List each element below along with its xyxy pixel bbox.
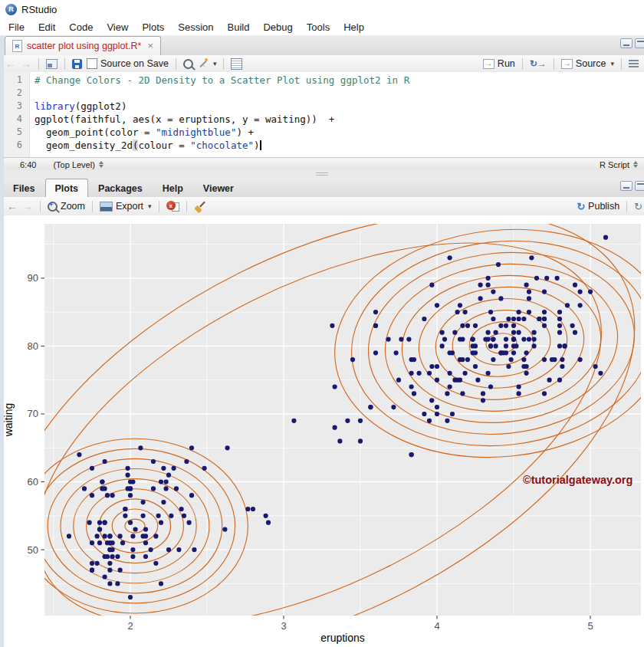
export-button[interactable]: Export▾ bbox=[97, 201, 154, 212]
code-tools-button[interactable]: ▾ bbox=[196, 58, 219, 69]
broom-icon bbox=[194, 201, 206, 212]
app-title: RStudio bbox=[21, 4, 57, 15]
code-token-plain: ggplot(faithful, aes(x = eruptions, y = … bbox=[34, 113, 334, 125]
menu-item-file[interactable]: File bbox=[2, 20, 31, 34]
panel-tab-plots[interactable]: Plots bbox=[45, 179, 89, 197]
forward-icon: → bbox=[21, 58, 31, 69]
code-token-plain: ) bbox=[254, 140, 260, 151]
save-button[interactable] bbox=[70, 59, 84, 69]
code-line-2[interactable] bbox=[34, 87, 644, 100]
compile-report-button[interactable] bbox=[228, 58, 245, 70]
maximize-pane-icon[interactable] bbox=[635, 181, 644, 191]
menu-item-session[interactable]: Session bbox=[171, 20, 220, 34]
zoom-button[interactable]: +Zoom bbox=[45, 201, 87, 212]
code-line-4[interactable]: ggplot(faithful, aes(x = eruptions, y = … bbox=[34, 113, 644, 126]
magic-wand-icon bbox=[198, 58, 209, 69]
source-toolbar: ← → Source on Save ▾ →Run ↻→ →Source▾ bbox=[0, 55, 644, 73]
menu-item-debug[interactable]: Debug bbox=[256, 20, 299, 34]
source-on-save-checkbox[interactable]: Source on Save bbox=[84, 58, 171, 69]
y-axis-title: waiting bbox=[2, 403, 15, 438]
line-number: 2 bbox=[0, 87, 29, 100]
checkbox-icon[interactable] bbox=[87, 58, 97, 69]
svg-text:3: 3 bbox=[281, 620, 286, 632]
source-button[interactable]: →Source▾ bbox=[559, 58, 616, 69]
x-axis: 2345eruptions bbox=[127, 616, 593, 644]
code-line-5[interactable]: geom_point(color = "midnightblue") + bbox=[34, 126, 644, 139]
find-replace-button[interactable] bbox=[181, 59, 196, 69]
y-axis: 5060708090waiting bbox=[2, 272, 44, 555]
tab-scatter-plot-script[interactable]: R scatter plot using ggplot.R* × bbox=[5, 36, 161, 55]
run-button[interactable]: →Run bbox=[481, 58, 518, 69]
window-edge bbox=[0, 35, 4, 647]
splitter-grip[interactable] bbox=[316, 172, 328, 173]
code-line-6[interactable]: geom_density_2d(colour = "chocolate") bbox=[34, 139, 644, 152]
refresh-icon: ↻ bbox=[634, 202, 642, 212]
doc-type-selector[interactable]: R Script bbox=[600, 160, 638, 169]
svg-text:70: 70 bbox=[28, 408, 38, 419]
svg-text:4: 4 bbox=[434, 620, 439, 632]
menu-item-code[interactable]: Code bbox=[62, 20, 100, 34]
code-token-str: "midnightblue" bbox=[156, 126, 236, 138]
menu-item-tools[interactable]: Tools bbox=[300, 20, 337, 34]
run-icon: → bbox=[483, 59, 495, 69]
code-editor[interactable]: 123456 # Change Colors - 2D Density to a… bbox=[0, 72, 644, 157]
menu-item-edit[interactable]: Edit bbox=[31, 20, 62, 34]
pane-splitter[interactable] bbox=[0, 170, 644, 178]
minimize-pane-icon[interactable] bbox=[620, 181, 632, 191]
rstudio-logo-icon: R bbox=[5, 4, 17, 15]
menu-item-build[interactable]: Build bbox=[221, 20, 257, 34]
ggplot-scatter-density-chart: 2345eruptions5060708090waiting©tutorialg… bbox=[0, 215, 644, 647]
source-icon: → bbox=[561, 59, 573, 69]
line-number: 4 bbox=[0, 113, 29, 126]
zoom-label: Zoom bbox=[61, 201, 85, 212]
refresh-button[interactable]: ↻ bbox=[632, 202, 644, 212]
notebook-icon bbox=[231, 58, 242, 70]
open-in-new-window-button[interactable] bbox=[44, 59, 60, 69]
panel-tab-viewer[interactable]: Viewer bbox=[193, 179, 244, 197]
run-label: Run bbox=[498, 58, 515, 69]
plot-forward-button[interactable]: → bbox=[20, 201, 35, 212]
code-line-1[interactable]: # Change Colors - 2D Density to a Scatte… bbox=[34, 74, 644, 87]
line-number: 6 bbox=[0, 139, 29, 152]
back-button[interactable]: ← bbox=[3, 58, 18, 69]
back-icon: ← bbox=[5, 58, 16, 69]
maximize-pane-icon[interactable] bbox=[635, 38, 644, 48]
save-icon bbox=[72, 59, 82, 69]
x-axis-title: eruptions bbox=[320, 632, 365, 644]
code-token-comment: # Change Colors - 2D Density to a Scatte… bbox=[34, 74, 409, 86]
code-token-plain: geom_point(color = bbox=[34, 126, 156, 138]
menu-item-help[interactable]: Help bbox=[337, 20, 371, 34]
rerun-icon: ↻→ bbox=[530, 58, 547, 69]
outline-icon bbox=[629, 60, 639, 61]
back-icon: ← bbox=[7, 201, 18, 212]
panel-pane-window-buttons bbox=[620, 181, 644, 191]
panel-tab-help[interactable]: Help bbox=[153, 179, 193, 197]
image-icon bbox=[100, 202, 113, 212]
clear-all-plots-button[interactable] bbox=[192, 201, 209, 212]
scope-selector[interactable]: (Top Level) bbox=[53, 160, 103, 169]
source-label: Source bbox=[576, 58, 606, 69]
menu-bar: FileEditCodeViewPlotsSessionBuildDebugTo… bbox=[0, 18, 644, 36]
remove-plot-button[interactable]: x bbox=[164, 201, 182, 212]
tab-close-icon[interactable]: × bbox=[147, 42, 153, 50]
code-token-plain: colour = bbox=[138, 140, 190, 151]
source-on-save-label: Source on Save bbox=[100, 58, 169, 69]
plot-back-button[interactable]: ← bbox=[5, 201, 20, 212]
menu-item-plots[interactable]: Plots bbox=[135, 20, 171, 34]
source-pane-window-buttons bbox=[620, 38, 644, 48]
code-token-plain: ) + bbox=[236, 126, 254, 138]
publish-button[interactable]: ↻Publish bbox=[574, 201, 622, 212]
panel-tab-packages[interactable]: Packages bbox=[88, 179, 153, 197]
svg-text:80: 80 bbox=[28, 340, 38, 352]
forward-button[interactable]: → bbox=[18, 58, 34, 69]
updown-icon bbox=[633, 161, 638, 168]
code-area[interactable]: # Change Colors - 2D Density to a Scatte… bbox=[30, 72, 644, 157]
source-tab-bar: R scatter plot using ggplot.R* × bbox=[0, 35, 644, 56]
code-line-3[interactable]: library(ggplot2) bbox=[34, 100, 644, 113]
line-number: 5 bbox=[0, 126, 29, 139]
panel-tab-files[interactable]: Files bbox=[3, 179, 45, 197]
rerun-button[interactable]: ↻→ bbox=[527, 58, 549, 69]
minimize-pane-icon[interactable] bbox=[620, 38, 632, 48]
tab-title: scatter plot using ggplot.R* bbox=[27, 41, 141, 51]
menu-item-view[interactable]: View bbox=[100, 20, 135, 34]
